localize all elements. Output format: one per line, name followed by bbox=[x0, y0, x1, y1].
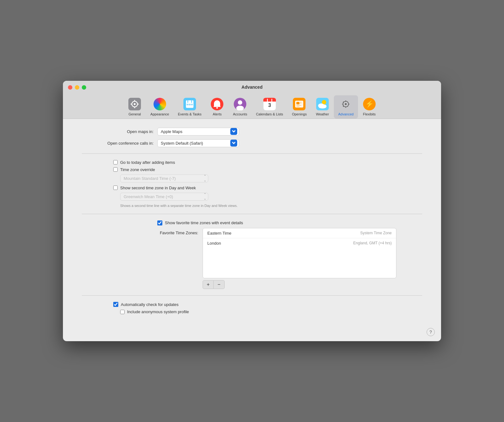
close-button[interactable] bbox=[68, 85, 72, 90]
accounts-icon bbox=[233, 97, 247, 111]
events-tasks-icon bbox=[183, 97, 197, 111]
alerts-label: Alerts bbox=[213, 112, 221, 116]
second-tz-select-wrapper: Greenwich Mean Time (+0) ⌃⌄ bbox=[120, 193, 208, 201]
favorite-tz-content: Show favorite time zones with event deta… bbox=[157, 220, 396, 289]
flexibits-label: Flexibits bbox=[363, 112, 376, 116]
show-fav-tz-row: Show favorite time zones with event deta… bbox=[157, 220, 396, 225]
time-zone-select-wrapper: Mountain Standard Time (-7) ⌃⌄ bbox=[120, 175, 208, 182]
main-content: Open maps in: Apple Maps Google Maps Ope… bbox=[63, 119, 441, 325]
auto-check-updates-label[interactable]: Automatically check for updates bbox=[121, 302, 179, 307]
anon-profile-label[interactable]: Include anonymous system profile bbox=[127, 309, 189, 314]
time-zone-select-row: Mountain Standard Time (-7) ⌃⌄ bbox=[120, 175, 422, 182]
open-conference-row: Open conference calls in: System Default… bbox=[82, 139, 422, 147]
svg-rect-33 bbox=[296, 106, 300, 107]
toolbar: General Appearance bbox=[68, 93, 436, 119]
time-zone-override-label[interactable]: Time zone override bbox=[120, 167, 155, 172]
main-window: Advanced General bbox=[63, 81, 441, 341]
tab-weather[interactable]: Weather bbox=[311, 95, 334, 119]
open-maps-row: Open maps in: Apple Maps Google Maps bbox=[82, 128, 422, 136]
svg-rect-23 bbox=[263, 100, 276, 102]
go-to-today-checkbox[interactable] bbox=[113, 160, 118, 164]
bottom-bar: ? bbox=[63, 325, 441, 341]
advanced-icon bbox=[339, 97, 353, 111]
appearance-icon bbox=[153, 97, 167, 111]
tab-events-tasks[interactable]: Events & Tasks bbox=[173, 95, 206, 119]
maximize-button[interactable] bbox=[82, 85, 86, 90]
calendars-lists-icon: 3 bbox=[263, 97, 277, 111]
updates-section: Automatically check for updates Include … bbox=[82, 302, 422, 314]
show-fav-tz-checkbox[interactable] bbox=[157, 220, 162, 225]
general-label: General bbox=[129, 112, 141, 116]
anon-profile-checkbox[interactable] bbox=[120, 310, 125, 314]
open-maps-label: Open maps in: bbox=[82, 129, 157, 134]
general-icon bbox=[128, 97, 142, 111]
time-zone-override-row: Time zone override bbox=[113, 167, 422, 172]
open-maps-select[interactable]: Apple Maps Google Maps bbox=[157, 128, 239, 136]
tab-appearance[interactable]: Appearance bbox=[146, 95, 173, 119]
tab-accounts[interactable]: Accounts bbox=[228, 95, 251, 119]
go-to-today-row: Go to today after adding items bbox=[113, 160, 422, 165]
appearance-label: Appearance bbox=[150, 112, 169, 116]
svg-rect-13 bbox=[187, 104, 188, 105]
add-timezone-button[interactable]: + bbox=[203, 280, 214, 289]
tab-advanced[interactable]: Advanced bbox=[334, 95, 358, 119]
titlebar: Advanced General bbox=[63, 81, 441, 119]
show-second-tz-row: Show second time zone in Day and Week bbox=[113, 186, 422, 190]
tz-desc-eastern: System Time Zone bbox=[360, 231, 392, 235]
tz-desc-london: England, GMT (+4 hrs) bbox=[353, 241, 392, 245]
minimize-button[interactable] bbox=[75, 85, 79, 90]
tz-actions: + − bbox=[203, 280, 396, 289]
go-to-today-label[interactable]: Go to today after adding items bbox=[120, 160, 175, 165]
open-maps-select-wrapper: Apple Maps Google Maps bbox=[157, 128, 239, 136]
accounts-label: Accounts bbox=[233, 112, 247, 116]
advanced-label: Advanced bbox=[338, 112, 354, 116]
svg-point-38 bbox=[319, 105, 326, 108]
svg-rect-14 bbox=[189, 104, 191, 105]
window-controls bbox=[68, 85, 86, 90]
remove-timezone-button[interactable]: − bbox=[214, 280, 224, 289]
openings-label: Openings bbox=[292, 112, 307, 116]
tab-openings[interactable]: Openings bbox=[288, 95, 311, 119]
tab-calendars-lists[interactable]: 3 Calendars & Lists bbox=[252, 95, 288, 119]
window-title: Advanced bbox=[68, 85, 436, 93]
svg-rect-31 bbox=[300, 103, 301, 103]
tab-alerts[interactable]: Alerts bbox=[206, 95, 228, 119]
second-tz-select-row: Greenwich Mean Time (+0) ⌃⌄ bbox=[120, 193, 422, 201]
time-zone-select: Mountain Standard Time (-7) bbox=[120, 175, 208, 182]
list-item: London England, GMT (+4 hrs) bbox=[203, 238, 396, 248]
open-conference-label: Open conference calls in: bbox=[82, 141, 157, 146]
divider-1 bbox=[82, 153, 422, 154]
weather-icon bbox=[316, 97, 329, 111]
anon-profile-row: Include anonymous system profile bbox=[120, 309, 422, 314]
open-conference-select-wrapper: System Default (Safari) Chrome Firefox bbox=[157, 139, 239, 147]
second-tz-select: Greenwich Mean Time (+0) bbox=[120, 193, 208, 201]
show-second-tz-label[interactable]: Show second time zone in Day and Week bbox=[120, 186, 196, 190]
svg-point-19 bbox=[238, 100, 242, 105]
time-zone-override-checkbox[interactable] bbox=[113, 167, 118, 172]
show-fav-tz-label[interactable]: Show favorite time zones with event deta… bbox=[165, 220, 243, 225]
help-icon: ? bbox=[429, 330, 432, 335]
auto-check-updates-checkbox[interactable] bbox=[113, 302, 118, 307]
calendars-lists-label: Calendars & Lists bbox=[256, 112, 283, 116]
svg-rect-32 bbox=[296, 105, 301, 106]
auto-check-row: Automatically check for updates bbox=[113, 302, 422, 307]
second-tz-help-text: Shows a second time line with a separate… bbox=[120, 204, 422, 208]
tab-flexibits[interactable]: ⚡ Flexibits bbox=[358, 95, 381, 119]
help-button[interactable]: ? bbox=[427, 328, 435, 336]
events-tasks-label: Events & Tasks bbox=[178, 112, 201, 116]
tz-name-london: London bbox=[207, 241, 221, 246]
show-second-tz-checkbox[interactable] bbox=[113, 186, 118, 190]
favorite-tz-label: Favorite Time Zones: bbox=[157, 228, 198, 235]
svg-rect-44 bbox=[342, 104, 344, 104]
tab-general[interactable]: General bbox=[123, 95, 146, 119]
open-conference-select[interactable]: System Default (Safari) Chrome Firefox bbox=[157, 139, 239, 147]
weather-label: Weather bbox=[316, 112, 329, 116]
svg-rect-45 bbox=[348, 104, 350, 104]
svg-point-17 bbox=[216, 107, 218, 108]
svg-rect-10 bbox=[186, 101, 193, 103]
svg-rect-43 bbox=[345, 106, 346, 108]
openings-icon bbox=[292, 97, 306, 111]
svg-rect-42 bbox=[345, 100, 346, 102]
svg-rect-29 bbox=[296, 102, 300, 104]
svg-rect-15 bbox=[191, 104, 193, 105]
